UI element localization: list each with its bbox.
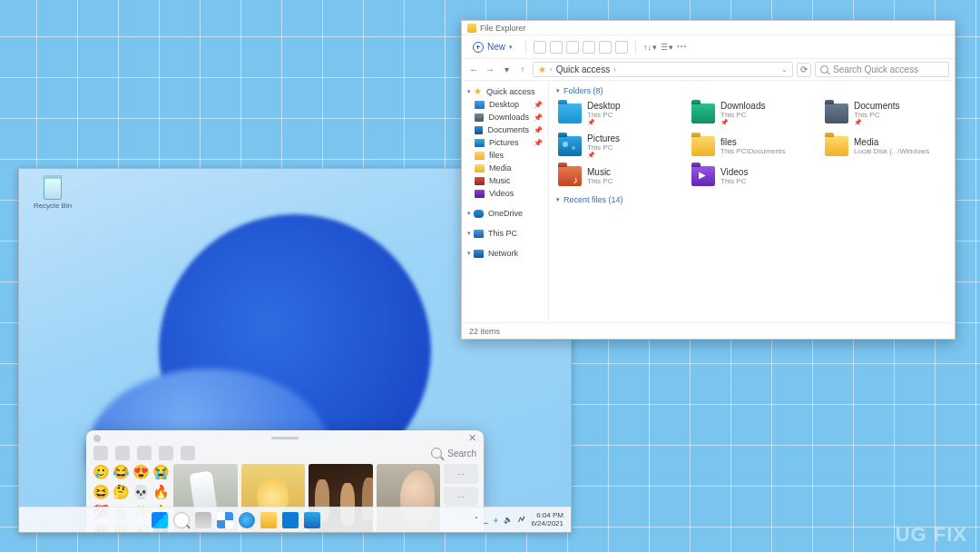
copy-icon[interactable] bbox=[550, 41, 563, 54]
gif-scroll-up[interactable]: ··· bbox=[444, 464, 478, 484]
tray-network-icon[interactable]: ⎯ bbox=[484, 516, 488, 524]
emoji-cell[interactable]: 🔥 bbox=[152, 484, 170, 502]
emoji-cell[interactable]: 😆 bbox=[92, 484, 110, 502]
symbols-tab-icon[interactable] bbox=[181, 446, 195, 460]
view-button[interactable]: ☰▾ bbox=[661, 43, 673, 52]
emoji-tab-icon[interactable] bbox=[93, 446, 108, 460]
chevron-right-icon: › bbox=[613, 65, 616, 74]
search-box[interactable]: Search Quick access bbox=[815, 62, 949, 77]
file-explorer-taskbar-icon[interactable] bbox=[260, 512, 277, 528]
folder-icon bbox=[475, 177, 485, 185]
emoji-cell[interactable]: 🤔 bbox=[112, 484, 130, 502]
sidebar-item-label: Videos bbox=[489, 189, 514, 198]
gif-search[interactable]: Search bbox=[202, 448, 476, 458]
sidebar-item-music[interactable]: Music bbox=[462, 174, 548, 187]
forward-button-icon[interactable]: → bbox=[484, 64, 496, 76]
folder-location: This PC bbox=[587, 111, 621, 119]
drag-handle-icon[interactable] bbox=[271, 437, 299, 439]
paste-icon[interactable] bbox=[566, 41, 579, 54]
pin-indicator: 📌 bbox=[587, 119, 621, 126]
kaomoji-tab-icon[interactable] bbox=[137, 446, 152, 460]
sidebar-item-label: Documents bbox=[487, 125, 529, 134]
folder-location: This PC bbox=[587, 143, 620, 152]
folder-item-vid[interactable]: VideosThis PC bbox=[690, 164, 814, 188]
more-options-icon[interactable]: ··· bbox=[677, 42, 687, 52]
new-button-label: New bbox=[487, 42, 505, 52]
folder-icon bbox=[691, 104, 715, 123]
sidebar-label: This PC bbox=[488, 229, 517, 238]
group-label: Folders (8) bbox=[564, 86, 603, 95]
tray-wifi-icon[interactable]: ⏚ bbox=[494, 516, 498, 524]
delete-icon[interactable] bbox=[615, 41, 628, 54]
up-button-icon[interactable]: ↑ bbox=[516, 64, 529, 76]
address-bar[interactable]: ★ › Quick access › ⌄ bbox=[533, 62, 793, 77]
sidebar-item-dl[interactable]: Downloads📌 bbox=[462, 111, 548, 123]
watermark: UG FIX bbox=[896, 523, 967, 547]
folder-location: This PC bbox=[720, 177, 748, 185]
sidebar-item-media[interactable]: Media bbox=[462, 162, 548, 174]
chevron-down-icon: ▾ bbox=[509, 44, 513, 51]
emoji-cell[interactable]: 😂 bbox=[112, 464, 130, 482]
mail-icon[interactable] bbox=[304, 512, 320, 528]
emoji-cell[interactable]: 😭 bbox=[152, 464, 170, 482]
sidebar-item-files[interactable]: files bbox=[462, 149, 548, 162]
sidebar-onedrive[interactable]: OneDrive bbox=[462, 207, 548, 220]
folder-icon bbox=[475, 164, 485, 172]
start-button-icon[interactable] bbox=[152, 512, 168, 528]
tray-chevron-icon[interactable]: ˄ bbox=[475, 516, 478, 524]
folder-item-pic[interactable]: PicturesThis PC📌 bbox=[556, 132, 681, 161]
back-button-icon[interactable]: ← bbox=[467, 64, 480, 76]
folder-item-desk[interactable]: DesktopThis PC📌 bbox=[556, 99, 681, 128]
sidebar-item-doc[interactable]: Documents📌 bbox=[462, 123, 548, 136]
taskbar-clock[interactable]: 6:04 PM 6/24/2021 bbox=[531, 512, 564, 528]
rename-icon[interactable] bbox=[583, 41, 595, 54]
folder-item-doc[interactable]: DocumentsThis PC📌 bbox=[823, 99, 947, 128]
onedrive-icon bbox=[474, 210, 484, 218]
taskbar-search-icon[interactable] bbox=[173, 512, 190, 528]
store-icon[interactable] bbox=[282, 512, 299, 528]
gif-scroll-mid[interactable]: ··· bbox=[444, 487, 478, 507]
tray-battery-icon[interactable]: 🗲 bbox=[518, 516, 525, 524]
share-icon[interactable] bbox=[599, 41, 612, 54]
folder-item-dl[interactable]: DownloadsThis PC📌 bbox=[690, 99, 814, 128]
edge-icon[interactable] bbox=[239, 512, 255, 528]
star-icon: ★ bbox=[474, 86, 482, 96]
folder-name: Videos bbox=[720, 167, 748, 177]
close-icon[interactable]: ✕ bbox=[468, 432, 476, 444]
sidebar-network[interactable]: Network bbox=[462, 247, 548, 260]
task-view-icon[interactable] bbox=[195, 512, 211, 528]
sidebar-thispc[interactable]: This PC bbox=[462, 227, 548, 240]
sidebar-item-desk[interactable]: Desktop📌 bbox=[462, 98, 548, 111]
folder-item-files[interactable]: filesThis PC\Documents bbox=[690, 132, 814, 161]
emoji-cell[interactable]: 😍 bbox=[132, 464, 150, 482]
recent-group-header[interactable]: Recent files (14) bbox=[556, 195, 947, 204]
folders-group-header[interactable]: Folders (8) bbox=[556, 86, 947, 95]
recycle-bin-label: Recycle Bin bbox=[30, 202, 75, 210]
gif-tab-icon[interactable] bbox=[115, 446, 130, 460]
folder-name: files bbox=[720, 137, 785, 147]
address-dropdown-icon[interactable]: ⌄ bbox=[781, 65, 788, 74]
sidebar-item-pic[interactable]: Pictures📌 bbox=[462, 136, 548, 149]
sort-button[interactable]: ↑↓▾ bbox=[643, 43, 657, 52]
recent-dropdown-icon[interactable]: ▾ bbox=[500, 64, 513, 76]
group-label: Recent files (14) bbox=[564, 195, 623, 204]
new-button[interactable]: New ▾ bbox=[467, 40, 518, 54]
sidebar-quick-access[interactable]: ★ Quick access bbox=[462, 84, 548, 98]
system-tray[interactable]: ˄ ⎯ ⏚ 🔈 🗲 6:04 PM 6/24/2021 bbox=[475, 512, 571, 528]
window-titlebar[interactable]: File Explorer bbox=[462, 21, 955, 35]
settings-dot-icon[interactable] bbox=[93, 435, 101, 442]
recycle-bin-desktop-icon[interactable]: Recycle Bin bbox=[30, 178, 75, 210]
folder-item-media[interactable]: MediaLocal Disk (...\Windows bbox=[823, 132, 947, 161]
refresh-button[interactable]: ⟳ bbox=[797, 63, 811, 77]
folder-item-music[interactable]: MusicThis PC bbox=[556, 164, 681, 188]
emoji-cell[interactable]: 💀 bbox=[132, 484, 150, 502]
folder-name: Music bbox=[587, 167, 612, 177]
network-icon bbox=[474, 250, 484, 258]
clipboard-tab-icon[interactable] bbox=[159, 446, 173, 460]
folder-icon bbox=[558, 166, 582, 186]
sidebar-item-vid[interactable]: Videos bbox=[462, 187, 548, 200]
widgets-icon[interactable] bbox=[217, 512, 233, 528]
cut-icon[interactable] bbox=[534, 41, 546, 54]
tray-volume-icon[interactable]: 🔈 bbox=[504, 516, 513, 524]
emoji-cell[interactable]: 🥲 bbox=[92, 464, 110, 482]
